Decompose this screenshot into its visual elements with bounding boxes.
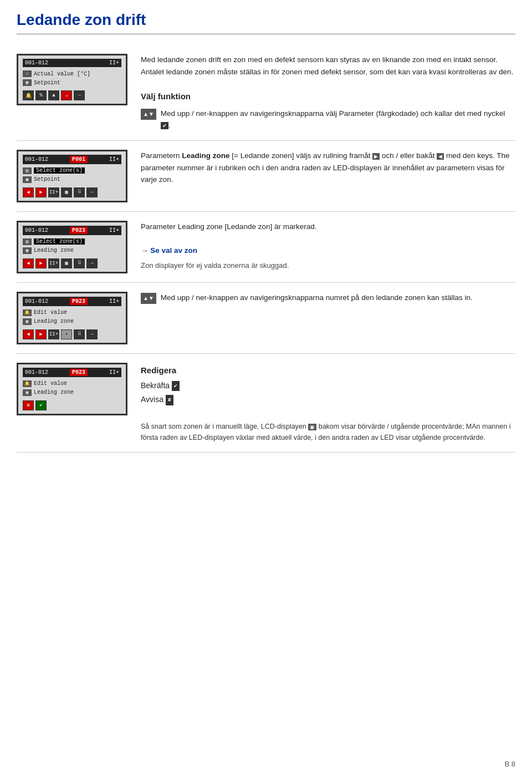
lcd-buttons-2: ◀ ▶ II+ ▦ ⠿ → — [23, 187, 121, 197]
text-block-4: ▲▼ Med upp / ner-knappen av navigeringsk… — [141, 292, 515, 304]
btn-square-4[interactable]: ▪ — [61, 329, 72, 339]
btn-rev-4[interactable]: ◀ — [23, 329, 34, 339]
btn-mode-2[interactable]: II+ — [48, 187, 59, 197]
lcd-icon-setpoint-1: ▣ — [23, 79, 32, 86]
lcd-panel-1: 001-012 II+ ☐ Actual value [°C] ▣ Setpoi… — [17, 54, 127, 105]
page-number: B 8 — [504, 760, 515, 768]
lcd-header-4: 001-012 P023 II+ — [23, 297, 121, 306]
btn-tri[interactable]: ▲ — [48, 90, 59, 100]
lcd-icon-setpoint-2: ▣ — [23, 176, 32, 183]
check-icon-1: ✔ — [161, 122, 168, 129]
text-body-5: Så snart som zonen är i manuellt läge, L… — [141, 421, 515, 443]
btn-dots-2[interactable]: ⠿ — [74, 187, 85, 197]
check-icon-5: ✔ — [172, 381, 180, 391]
text-link-3: → Se val av zon — [141, 245, 515, 257]
btn-cross-5[interactable]: ✕ — [23, 400, 34, 410]
btn-arrow-1[interactable]: → — [74, 90, 85, 100]
lcd-icon-leading-4: ▣ — [23, 318, 32, 325]
btn-fwd-3[interactable]: ▶ — [35, 258, 47, 268]
lcd-row-leading-4: ▣ Leading zone — [23, 317, 121, 326]
lcd-buttons-3: ◀ ▶ II+ ▦ ⠿ → — [23, 258, 121, 268]
lcd-mode-5: II+ — [109, 369, 119, 375]
btn-pct[interactable]: % — [35, 90, 47, 100]
text-block-2: Parametern Leading zone [= Ledande zonen… — [141, 150, 515, 186]
lcd-panel-2: 001-012 P001 II+ ▤ Select zone(s) ▣ Setp… — [17, 150, 127, 202]
section-3: 001-012 P023 II+ ▤ Select zone(s) ▣ Lead… — [17, 212, 515, 283]
section-4: 001-012 P023 II+ 🔔 Edit value ▣ Leading … — [17, 283, 515, 354]
lcd-text-setpoint-2: Setpoint — [34, 176, 60, 182]
lcd-row-select-2: ▤ Select zone(s) — [23, 166, 121, 175]
lcd-param-2: P001 — [70, 156, 88, 163]
lcd-icon-leading-5: ▣ — [23, 389, 32, 396]
btn-bell[interactable]: 🔔 — [23, 90, 34, 100]
text-intro-1: Med ledande zonen drift en zon med en de… — [141, 54, 515, 78]
text-block-5: Redigera Bekräfta ✔ Avvisa ✘ Så snart so… — [141, 363, 515, 443]
btn-check-5[interactable]: ✔ — [35, 400, 47, 410]
text-body-2: Parametern Leading zone [= Ledande zonen… — [141, 150, 515, 186]
lcd-text-leading-3: Leading zone — [34, 247, 74, 253]
text-block-1: Med ledande zonen drift en zon med en de… — [141, 54, 515, 131]
lcd-text-edit-5: Edit value — [34, 380, 67, 387]
rev-icon-inline: ◀ — [437, 153, 444, 160]
lcd-address-3: 001-012 — [25, 227, 48, 233]
lcd-address-1: 001-012 — [25, 60, 48, 66]
btn-mode-4[interactable]: II+ — [48, 329, 59, 339]
lcd-row-setpoint-1: ▣ Setpoint — [23, 78, 121, 87]
fwd-icon-inline: ▶ — [372, 153, 380, 160]
text-subheading-1: Välj funktion — [141, 90, 515, 103]
lcd-panel-3: 001-012 P023 II+ ▤ Select zone(s) ▣ Lead… — [17, 221, 127, 273]
btn-rev-3[interactable]: ◀ — [23, 258, 34, 268]
btn-grid-3[interactable]: ▦ — [61, 258, 72, 268]
nav-icon-4: ▲▼ — [141, 293, 156, 304]
lcd-param-3: P023 — [70, 227, 88, 234]
lcd-row-leading-3: ▣ Leading zone — [23, 246, 121, 255]
section-1: 001-012 II+ ☐ Actual value [°C] ▣ Setpoi… — [17, 45, 515, 141]
lcd-header-5: 001-012 P023 II+ — [23, 368, 121, 377]
lcd-mode-1: II+ — [109, 60, 119, 66]
lcd-header-1: 001-012 II+ — [23, 59, 121, 67]
lcd-param-5: P023 — [70, 369, 88, 376]
redigera-section: Redigera Bekräfta ✔ Avvisa ✘ Så snart so… — [141, 363, 515, 443]
btn-fwd-4[interactable]: ▶ — [35, 329, 47, 339]
btn-arrow-2[interactable]: → — [86, 187, 98, 197]
lcd-text-leading-5: Leading zone — [34, 389, 74, 395]
lcd-header-2: 001-012 P001 II+ — [23, 155, 121, 164]
lcd-mode-4: II+ — [109, 298, 119, 304]
lcd-text-leading-4: Leading zone — [34, 318, 74, 324]
section-2: 001-012 P001 II+ ▤ Select zone(s) ▣ Setp… — [17, 141, 515, 212]
lcd-text-actual: Actual value [°C] — [34, 71, 90, 77]
text-block-3: Parameter Leading zone [Ledande zon] är … — [141, 221, 515, 272]
lcd-row-edit-4: 🔔 Edit value — [23, 308, 121, 317]
lcd-row-leading-5: ▣ Leading zone — [23, 388, 121, 397]
page-title: Ledande zon drift — [17, 11, 515, 35]
btn-mode-3[interactable]: II+ — [48, 258, 59, 268]
btn-redarrow[interactable]: ⇒ — [61, 90, 72, 100]
lcd-address-5: 001-012 — [25, 369, 48, 375]
btn-arrow-4[interactable]: → — [86, 329, 98, 339]
btn-rev-2[interactable]: ◀ — [23, 187, 34, 197]
lcd-address-4: 001-012 — [25, 298, 48, 304]
text-line2-5: Avvisa ✘ — [141, 393, 515, 407]
btn-arrow-3[interactable]: → — [86, 258, 98, 268]
text-heading-5: Redigera — [141, 363, 515, 378]
text-sub-3: Zon displayer för ej valda zonerna är sk… — [141, 260, 515, 272]
lcd-row-setpoint-2: ▣ Setpoint — [23, 175, 121, 184]
lcd-panel-4: 001-012 P023 II+ 🔔 Edit value ▣ Leading … — [17, 292, 127, 344]
lcd-row-select-3: ▤ Select zone(s) — [23, 237, 121, 246]
btn-fwd-2[interactable]: ▶ — [35, 187, 47, 197]
text-body-4: Med upp / ner-knappen av navigeringsknap… — [161, 292, 473, 304]
lcd-buttons-1: 🔔 % ▲ ⇒ → — [23, 90, 121, 100]
btn-dots-3[interactable]: ⠿ — [74, 258, 85, 268]
lcd-icon-select-2: ▤ — [23, 167, 32, 174]
lcd-icon-select-3: ▤ — [23, 238, 32, 245]
lcd-row-edit-5: 🔔 Edit value — [23, 379, 121, 388]
lcd-buttons-4: ◀ ▶ II+ ▪ ⠿ → — [23, 329, 121, 339]
lcd-mode-3: II+ — [109, 227, 119, 233]
text-line1-5: Bekräfta ✔ — [141, 379, 515, 393]
lcd-param-4: P023 — [70, 298, 88, 305]
lcd-inline-icon: ▣ — [308, 424, 316, 430]
btn-grid-2[interactable]: ▦ — [61, 187, 72, 197]
cross-icon-5: ✘ — [166, 395, 173, 405]
btn-dots-4[interactable]: ⠿ — [74, 329, 85, 339]
lcd-mode-2: II+ — [109, 156, 119, 162]
